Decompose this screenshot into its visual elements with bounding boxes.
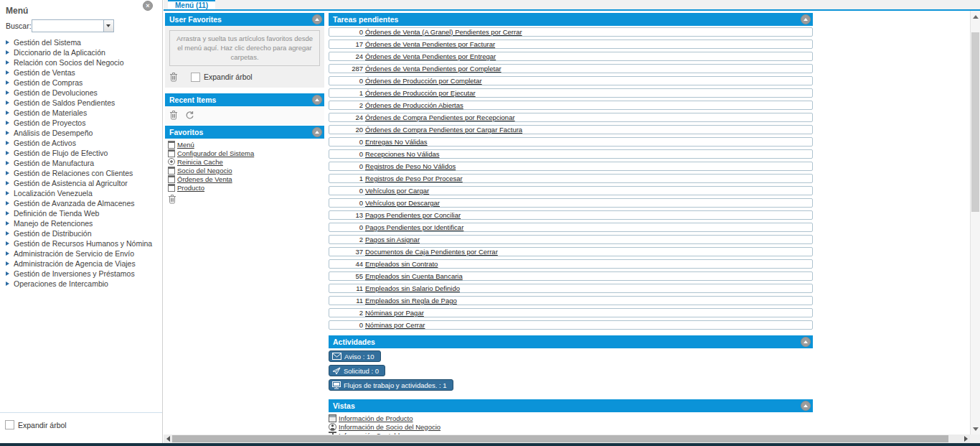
request-button[interactable]: Solicitud : 0: [329, 365, 385, 376]
task-link[interactable]: Documentos de Caja Pendientes por Cerrar: [365, 248, 498, 256]
task-link[interactable]: Órdenes de Producción Abiertas: [365, 101, 463, 109]
tree-item[interactable]: Gestión del Sistema: [6, 37, 162, 47]
task-link[interactable]: Vehículos por Cargar: [365, 187, 429, 195]
favorite-item[interactable]: Producto: [168, 183, 321, 192]
expand-arrow-icon[interactable]: [6, 211, 9, 215]
expand-arrow-icon[interactable]: [6, 231, 9, 236]
task-link[interactable]: Órdenes de Compra Pendientes por Cargar …: [365, 126, 522, 134]
expand-arrow-icon[interactable]: [6, 60, 9, 65]
scroll-left-button[interactable]: [164, 435, 172, 443]
expand-arrow-icon[interactable]: [6, 271, 9, 276]
tree-item[interactable]: Gestión de Devoluciones: [6, 88, 162, 98]
expand-arrow-icon[interactable]: [6, 171, 9, 175]
horizontal-scrollbar[interactable]: [164, 435, 970, 443]
task-link[interactable]: Órdenes de Venta Pendientes por Entregar: [365, 52, 496, 60]
tree-item[interactable]: Relación con Socios del Negocio: [6, 57, 162, 68]
expand-arrow-icon[interactable]: [6, 151, 9, 155]
tree-item[interactable]: Gestión de Flujo de Efectivo: [6, 148, 162, 158]
task-link[interactable]: Órdenes de Venta Pendientes por Facturar: [365, 40, 495, 48]
task-link[interactable]: Órdenes de Venta (A Granel) Pendientes p…: [365, 28, 522, 36]
tree-item[interactable]: Gestión de Compras: [6, 78, 162, 88]
expand-arrow-icon[interactable]: [6, 111, 9, 115]
view-item-product-info[interactable]: Información de Producto: [329, 414, 813, 422]
scroll-up-button[interactable]: [971, 11, 980, 22]
tree-item[interactable]: Gestión de Relaciones con Clientes: [6, 168, 162, 178]
task-link[interactable]: Pagos Pendientes por Conciliar: [365, 211, 461, 219]
expand-arrow-icon[interactable]: [6, 80, 9, 85]
task-link[interactable]: Órdenes de Compra Pendientes por Recepci…: [365, 113, 515, 121]
expand-arrow-icon[interactable]: [6, 141, 9, 145]
favorite-item[interactable]: Órdenes de Venta: [168, 175, 321, 183]
expand-arrow-icon[interactable]: [6, 221, 9, 226]
favorite-item[interactable]: Reinicia Cache: [168, 157, 321, 166]
tree-item[interactable]: Gestión de Ventas: [6, 68, 162, 78]
expand-arrow-icon[interactable]: [6, 241, 9, 246]
refresh-button[interactable]: [185, 111, 194, 120]
task-link[interactable]: Pagos Pendientes por Identificar: [365, 223, 463, 231]
task-link[interactable]: Órdenes de Producción por Completar: [365, 77, 482, 85]
expand-arrow-icon[interactable]: [6, 50, 9, 55]
sidebar-close-button[interactable]: ×: [143, 1, 153, 11]
collapse-button[interactable]: [312, 127, 322, 137]
expand-tree-checkbox[interactable]: [5, 420, 14, 429]
expand-arrow-icon[interactable]: [6, 161, 9, 165]
collapse-button[interactable]: [312, 14, 322, 24]
notice-button[interactable]: Aviso : 10: [329, 350, 381, 362]
task-link[interactable]: Registros de Peso No Válidos: [365, 162, 456, 170]
task-link[interactable]: Nóminas por Pagar: [365, 309, 424, 317]
favorite-item[interactable]: Menú: [168, 140, 321, 149]
task-link[interactable]: Empleados sin Regla de Pago: [365, 297, 457, 305]
expand-arrow-icon[interactable]: [6, 181, 9, 185]
vertical-scrollbar[interactable]: [970, 11, 980, 435]
task-link[interactable]: Vehículos por Descargar: [365, 199, 440, 207]
tree-item[interactable]: Gestión de Proyectos: [6, 118, 162, 128]
scroll-down-button[interactable]: [971, 424, 980, 434]
tab-menu[interactable]: Menú (11): [168, 0, 215, 9]
tree-item[interactable]: Administración de Servicio de Envío: [6, 248, 162, 259]
tree-item[interactable]: Definición de Tienda Web: [6, 208, 162, 218]
favorite-item[interactable]: Configurador del Sistema: [168, 149, 321, 157]
expand-arrow-icon[interactable]: [6, 251, 9, 256]
expand-arrow-icon[interactable]: [6, 40, 9, 45]
horizontal-scroll-thumb[interactable]: [172, 435, 948, 442]
tree-item[interactable]: Gestión de Manufactura: [6, 158, 162, 168]
vertical-scroll-thumb[interactable]: [971, 32, 979, 212]
expand-arrow-icon[interactable]: [6, 191, 9, 195]
trash-button[interactable]: [168, 194, 176, 204]
expand-arrow-icon[interactable]: [6, 261, 9, 266]
trash-button[interactable]: [169, 72, 178, 82]
expand-arrow-icon[interactable]: [6, 101, 9, 105]
expand-arrow-icon[interactable]: [6, 90, 9, 95]
task-link[interactable]: Órdenes de Venta Pendientes por Completa…: [365, 65, 501, 73]
collapse-button[interactable]: [801, 401, 811, 411]
favorites-expand-tree-checkbox[interactable]: [191, 73, 200, 82]
task-link[interactable]: Empleados sin Contrato: [365, 260, 438, 268]
tree-item[interactable]: Gestión de Materiales: [6, 108, 162, 118]
tree-item[interactable]: Operaciones de Intercambio: [6, 279, 162, 289]
expand-arrow-icon[interactable]: [6, 201, 9, 205]
task-link[interactable]: Registros de Peso Por Procesar: [365, 175, 463, 182]
tree-item[interactable]: Manejo de Retenciones: [6, 218, 162, 228]
tree-item[interactable]: Administración de Agencia de Viajes: [6, 259, 162, 269]
favorite-item[interactable]: Socio del Negocio: [168, 166, 321, 175]
expand-arrow-icon[interactable]: [6, 131, 9, 135]
tree-item[interactable]: Localización Venezuela: [6, 188, 162, 198]
task-link[interactable]: Recepciones No Válidas: [365, 150, 440, 158]
expand-arrow-icon[interactable]: [6, 121, 9, 125]
tree-item[interactable]: Gestión de Activos: [6, 138, 162, 148]
tree-item[interactable]: Análisis de Desempeño: [6, 128, 162, 138]
tree-item[interactable]: Gestión de Asistencia al Agricultor: [6, 178, 162, 188]
tree-item[interactable]: Gestión de Distribución: [6, 228, 162, 238]
tree-item[interactable]: Gestión de Avanzada de Almacenes: [6, 198, 162, 208]
search-dropdown-button[interactable]: [103, 19, 114, 32]
view-item-partner-info[interactable]: Información de Socio del Negocio: [329, 422, 813, 431]
task-link[interactable]: Entregas No Válidas: [365, 138, 428, 146]
tree-item[interactable]: Gestión de Recursos Humanos y Nómina: [6, 238, 162, 248]
expand-arrow-icon[interactable]: [6, 70, 9, 75]
collapse-button[interactable]: [312, 95, 322, 105]
workflow-activities-button[interactable]: Flujos de trabajo y actividades. : 1: [329, 379, 453, 391]
task-link[interactable]: Órdenes de Producción por Ejecutar: [365, 89, 476, 97]
task-link[interactable]: Empleados sin Salario Definido: [365, 284, 460, 292]
task-link[interactable]: Empleados sin Cuenta Bancaria: [365, 272, 463, 280]
task-link[interactable]: Pagos sin Asignar: [365, 236, 420, 243]
